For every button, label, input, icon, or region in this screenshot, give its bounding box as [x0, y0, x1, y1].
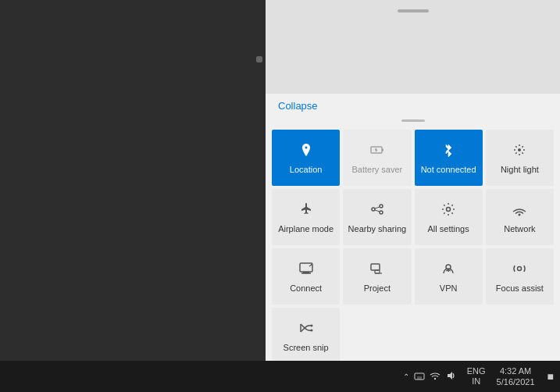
svg-point-15 [372, 208, 375, 211]
taskbar-right: ⌃ ENG [397, 361, 560, 392]
svg-line-11 [516, 146, 517, 147]
top-area [266, 0, 560, 94]
nearby-icon [369, 201, 385, 219]
svg-rect-2 [382, 148, 383, 151]
nearby-sharing-label: Nearby sharing [348, 224, 407, 234]
drag-handle [398, 9, 429, 12]
taskbar-chevron[interactable]: ⌃ [403, 372, 409, 381]
bluetooth-label: Not connected [421, 165, 476, 175]
svg-point-17 [380, 211, 383, 214]
scroll-dot [401, 119, 425, 122]
taskbar-network-icon[interactable] [414, 370, 425, 383]
svg-line-18 [375, 207, 380, 208]
taskbar-wifi-icon[interactable] [430, 370, 441, 383]
svg-point-31 [518, 266, 522, 270]
nightlight-icon [512, 142, 527, 160]
svg-line-12 [523, 152, 523, 153]
tile-project[interactable]: Project [343, 248, 411, 305]
tile-bluetooth[interactable]: Not connected [415, 130, 483, 186]
tile-night-light[interactable]: Night light [486, 130, 554, 186]
svg-point-16 [380, 205, 383, 208]
tile-connect[interactable]: Connect [272, 248, 340, 305]
battery-saver-label: Battery saver [351, 165, 402, 175]
svg-point-34 [310, 329, 312, 331]
svg-rect-36 [417, 376, 422, 380]
settings-icon [441, 201, 456, 219]
action-center: Collapse Location [266, 94, 560, 392]
focusassist-icon [512, 261, 527, 279]
language-block[interactable]: ENG IN [462, 366, 490, 387]
tile-airplane[interactable]: Airplane mode [272, 189, 340, 245]
location-label: Location [290, 165, 323, 175]
focus-assist-label: Focus assist [496, 283, 544, 294]
snip-icon [298, 320, 314, 338]
svg-line-19 [375, 210, 380, 212]
location-icon [298, 142, 314, 160]
tiles-grid: Location Battery saver [266, 127, 560, 367]
tile-battery-saver[interactable]: Battery saver [343, 130, 411, 186]
language-label: ENG [467, 366, 486, 376]
scroll-indicator [266, 118, 560, 127]
region-label: IN [472, 376, 480, 387]
taskbar-volume-icon[interactable] [445, 370, 456, 383]
svg-rect-22 [300, 263, 312, 272]
svg-point-0 [305, 154, 307, 155]
left-panel-content [0, 0, 266, 386]
connect-label: Connect [290, 283, 322, 294]
tile-vpn[interactable]: VPN [415, 248, 483, 305]
svg-line-13 [523, 146, 523, 147]
tile-screen-snip[interactable]: Screen snip [272, 308, 340, 364]
action-center-panel: Collapse Location [266, 0, 560, 392]
tile-focus-assist[interactable]: Focus assist [486, 248, 554, 305]
network-icon [512, 201, 527, 219]
airplane-icon [298, 201, 314, 219]
vpn-label: VPN [440, 283, 458, 294]
date-label: 5/16/2021 [497, 376, 535, 387]
project-icon [369, 261, 385, 279]
collapse-button[interactable]: Collapse [266, 94, 560, 118]
project-label: Project [364, 283, 391, 294]
vpn-icon [441, 261, 456, 279]
all-settings-label: All settings [428, 224, 469, 234]
connect-icon [298, 261, 314, 279]
scrollbar[interactable] [256, 56, 262, 62]
svg-rect-26 [371, 264, 380, 270]
taskbar: ⌃ ENG [0, 361, 560, 392]
svg-point-6 [518, 148, 521, 151]
screen-snip-label: Screen snip [284, 343, 329, 353]
svg-point-21 [519, 213, 521, 216]
tile-location[interactable]: Location [272, 130, 340, 186]
svg-marker-38 [448, 372, 452, 380]
network-label: Network [504, 224, 535, 234]
svg-point-20 [447, 207, 451, 211]
bluetooth-icon [441, 142, 456, 160]
tile-network[interactable]: Network [486, 189, 554, 245]
taskbar-system-icons: ⌃ [397, 370, 462, 383]
night-light-label: Night light [501, 165, 539, 175]
left-panel [0, 0, 266, 392]
time-block[interactable]: 4:32 AM 5/16/2021 [490, 365, 541, 388]
time-label: 4:32 AM [500, 365, 531, 376]
airplane-label: Airplane mode [278, 224, 334, 234]
notification-button[interactable]: ■ [541, 370, 560, 383]
svg-point-37 [434, 377, 436, 379]
svg-line-14 [516, 152, 517, 153]
battery-icon [369, 142, 385, 160]
tile-nearby-sharing[interactable]: Nearby sharing [343, 189, 411, 245]
svg-point-33 [310, 324, 312, 326]
tile-all-settings[interactable]: All settings [415, 189, 483, 245]
